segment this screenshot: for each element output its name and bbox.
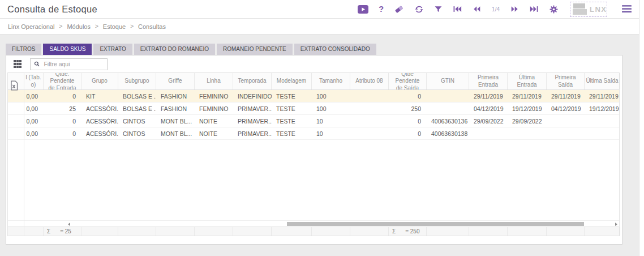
table-cell: MONT BL... — [156, 118, 195, 125]
table-cell: NOITE — [195, 130, 233, 137]
grid-panel: l (Tab. o)Qtde. Pendente de EntradaGrupo… — [6, 55, 622, 245]
sum-value: = 25 — [60, 228, 71, 234]
scroll-right-icon[interactable] — [615, 223, 617, 226]
summary-cell — [547, 227, 585, 236]
grid-empty-area — [8, 140, 619, 220]
export-xls-icon[interactable] — [10, 80, 18, 92]
tab-romaneio-pendente[interactable]: ROMANEIO PENDENTE — [217, 44, 293, 55]
app-window: Consulta de Estoque ? — [0, 0, 639, 256]
refresh-icon[interactable] — [414, 4, 424, 14]
summary-cell — [81, 227, 118, 236]
grid-header-row: l (Tab. o)Qtde. Pendente de EntradaGrupo… — [8, 72, 619, 90]
column-header-14[interactable]: Primeira Saída — [547, 73, 585, 89]
summary-cell — [469, 227, 508, 236]
table-cell: FASHION — [156, 105, 195, 112]
tab-strip: FILTROSSALDO SKUSEXTRATOEXTRATO DO ROMAN… — [6, 44, 639, 55]
breadcrumb-item-consultas[interactable]: Consultas — [138, 23, 166, 30]
menu-icon[interactable] — [622, 4, 632, 14]
summary-cell — [24, 227, 44, 236]
breadcrumb-separator: > — [95, 23, 98, 29]
table-cell: KIT — [81, 93, 118, 100]
sum-sigma: Σ — [392, 228, 396, 234]
column-header-5[interactable]: Linha — [195, 73, 233, 89]
summary-cell — [272, 227, 312, 236]
filter-icon[interactable] — [434, 4, 443, 14]
video-tutorial-icon[interactable] — [358, 4, 368, 14]
summary-cell — [233, 227, 272, 236]
column-header-2[interactable]: Grupo — [81, 73, 118, 89]
horizontal-scrollbar-thumb[interactable] — [287, 222, 584, 226]
column-header-10[interactable]: Qtde Pendente de Saída — [389, 73, 427, 89]
column-header-3[interactable]: Subgrupo — [118, 73, 156, 89]
table-cell: 29/09/2022 — [508, 118, 547, 125]
breadcrumb-item-linx-operacional[interactable]: Linx Operacional — [8, 23, 55, 30]
table-cell: 29/11/2019 — [547, 93, 585, 100]
breadcrumb-item-modulos[interactable]: Módulos — [67, 23, 91, 30]
column-header-0[interactable]: l (Tab. o) — [24, 73, 44, 89]
tab-extrato-consolidado[interactable]: EXTRATO CONSOLIDADO — [294, 44, 376, 55]
lnx-logo: LNX — [570, 2, 607, 17]
horizontal-scrollbar — [8, 220, 619, 227]
page-indicator: 1/4 — [492, 6, 500, 12]
first-page-icon[interactable] — [453, 4, 462, 14]
eraser-icon[interactable] — [394, 4, 404, 14]
column-header-13[interactable]: Última Entrada — [508, 73, 547, 89]
table-cell: 0,00 — [24, 130, 44, 137]
breadcrumb-item-estoque[interactable]: Estoque — [103, 23, 126, 30]
summary-cell — [427, 227, 469, 236]
search-icon — [34, 61, 40, 67]
table-cell: ACESSÓRI... — [81, 105, 118, 112]
table-cell: 29/09/2022 — [469, 118, 508, 125]
table-row[interactable]: 0,000ACESSÓRI...CINTOSMONT BL...NOITEPRI… — [8, 127, 619, 140]
table-cell: 29/11/2019 — [508, 93, 547, 100]
previous-page-icon[interactable] — [473, 4, 482, 14]
settings-gear-icon[interactable] — [549, 4, 559, 14]
lnx-logo-blocks — [573, 3, 587, 15]
table-cell: FEMININO — [195, 105, 233, 112]
table-cell: TESTE — [272, 130, 312, 137]
column-header-8[interactable]: Tamanho — [312, 73, 350, 89]
last-page-icon[interactable] — [529, 4, 539, 14]
table-row[interactable]: 0,000ACESSÓRI...CINTOSMONT BL...NOITEPRI… — [8, 115, 619, 127]
table-cell: TESTE — [272, 105, 312, 112]
table-cell: 0 — [44, 130, 81, 137]
column-header-6[interactable]: Temporada — [233, 73, 272, 89]
column-header-15[interactable]: Última Saída — [585, 73, 620, 89]
next-page-icon[interactable] — [510, 4, 519, 14]
column-header-11[interactable]: GTIN — [427, 73, 469, 89]
table-cell: INDEFINIDO — [233, 93, 272, 100]
column-header-9[interactable]: Atributo 08 — [350, 73, 389, 89]
table-cell: 19/12/2019 — [508, 105, 547, 112]
scroll-left-icon[interactable] — [68, 223, 70, 226]
tab-extrato[interactable]: EXTRATO — [93, 44, 132, 55]
table-row[interactable]: 0,0025ACESSÓRI...BOLSAS E ...FASHIONFEMI… — [8, 103, 619, 115]
sum-sigma: Σ — [47, 228, 50, 234]
table-cell: 0 — [389, 118, 427, 125]
summary-cell: Σ= 250 — [389, 227, 427, 236]
column-header-7[interactable]: Modelagem — [272, 73, 312, 89]
table-cell: 19/12/2019 — [585, 105, 620, 112]
column-chooser-icon[interactable] — [14, 60, 22, 68]
breadcrumb-separator: > — [130, 23, 134, 29]
tab-saldo-skus[interactable]: SALDO SKUS — [43, 44, 92, 55]
table-cell: 40063630138 — [427, 130, 469, 137]
column-header-4[interactable]: Griffe — [156, 73, 195, 89]
table-cell: 100 — [312, 93, 350, 100]
table-cell: 0,00 — [24, 93, 44, 100]
table-cell: 10 — [312, 118, 350, 125]
table-cell: TESTE — [272, 93, 312, 100]
column-header-12[interactable]: Primeira Entrada — [469, 73, 508, 89]
column-header-1[interactable]: Qtde. Pendente de Entrada — [44, 73, 81, 89]
grid-toolbar — [6, 56, 622, 72]
tab-filtros[interactable]: FILTROS — [6, 44, 41, 55]
table-cell: FEMININO — [195, 93, 233, 100]
table-cell: NOITE — [195, 118, 233, 125]
tab-extrato-do-romaneio[interactable]: EXTRATO DO ROMANEIO — [134, 44, 215, 55]
summary-cell — [118, 227, 156, 236]
filter-input[interactable] — [42, 60, 104, 68]
content-area: FILTROSSALDO SKUSEXTRATOEXTRATO DO ROMAN… — [0, 35, 639, 255]
table-cell: CINTOS — [118, 118, 156, 125]
summary-gutter-cell — [8, 227, 24, 236]
help-icon[interactable]: ? — [379, 4, 384, 14]
table-row[interactable]: 0,000KITBOLSAS E ...FASHIONFEMININOINDEF… — [8, 90, 619, 103]
